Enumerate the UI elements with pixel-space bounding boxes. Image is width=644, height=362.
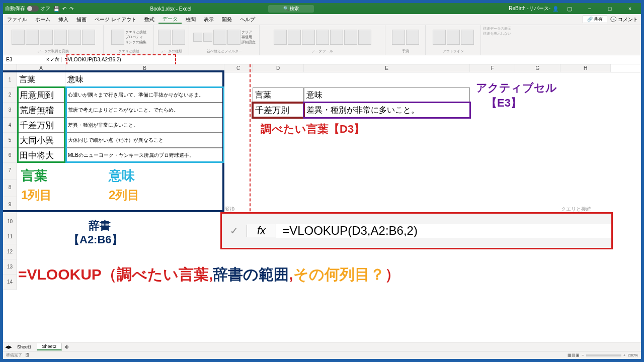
menu-review[interactable]: 校閲 — [182, 16, 200, 23]
cell-a4[interactable]: 千差万別 — [17, 118, 65, 133]
row-header-7[interactable]: 7 — [3, 163, 17, 180]
row-header-8[interactable]: 8 — [3, 180, 17, 197]
row-header-5[interactable]: 5 — [3, 133, 17, 148]
row-header-12[interactable]: 12 — [3, 244, 17, 259]
macro-rec-icon[interactable]: 🗄 — [25, 353, 29, 357]
reapply-link[interactable]: 再適用 — [242, 35, 256, 40]
col-header-f[interactable]: F — [470, 64, 515, 72]
menu-view[interactable]: 表示 — [200, 16, 218, 23]
col-header-a[interactable]: A — [17, 64, 65, 72]
redo-icon[interactable]: ↷ — [69, 6, 73, 12]
cell-a6[interactable]: 田中将大 — [17, 148, 65, 163]
menu-home[interactable]: ホーム — [31, 16, 54, 23]
row-header-2[interactable]: 2 — [3, 87, 17, 103]
col-header-e[interactable]: E — [304, 64, 470, 72]
row-header-9[interactable]: 9 — [3, 197, 17, 214]
share-button[interactable]: 🔗 共有 — [583, 16, 608, 23]
search-input[interactable]: 🔍 検索 — [268, 5, 314, 13]
menu-help[interactable]: ヘルプ — [236, 16, 259, 23]
add-sheet-button[interactable]: ⊕ — [62, 344, 72, 349]
advanced-link[interactable]: 詳細設定 — [242, 40, 256, 45]
from-web-icon[interactable] — [40, 30, 53, 45]
from-csv-icon[interactable] — [26, 30, 39, 45]
edit-links-link[interactable]: リンクの編集 — [125, 40, 146, 45]
fx-icon[interactable]: fx — [55, 57, 59, 62]
cell-b5[interactable]: 大体同じで細かい点（だけ）が異なること — [65, 133, 224, 148]
menu-layout[interactable]: ページ レイアウト — [91, 16, 140, 23]
sort-asc-icon[interactable] — [193, 33, 202, 42]
menu-draw[interactable]: 描画 — [72, 16, 91, 23]
recent-sources-icon[interactable] — [68, 30, 81, 45]
view-pagebreak-icon[interactable]: ▣ — [576, 353, 580, 357]
sheet-tab-2[interactable]: Sheet2 — [37, 343, 62, 350]
cell-d3[interactable]: 千差万別 — [253, 103, 304, 118]
ungroup-icon[interactable] — [447, 30, 460, 45]
cell-a3[interactable]: 荒唐無稽 — [17, 103, 65, 118]
geography-icon[interactable] — [172, 30, 185, 45]
accept-formula-icon[interactable]: ✓ — [50, 57, 54, 62]
save-icon[interactable]: 💾 — [53, 6, 59, 12]
queries-link[interactable]: クエリと接続 — [125, 30, 146, 35]
row-header-1[interactable]: 1 — [3, 72, 17, 87]
sort-icon[interactable] — [213, 30, 226, 45]
row-header-6[interactable]: 6 — [3, 148, 17, 163]
sheet-tab-1[interactable]: Sheet1 — [12, 344, 37, 350]
group-icon[interactable] — [433, 30, 446, 45]
select-all-corner[interactable] — [3, 64, 17, 72]
data-model-icon[interactable] — [358, 30, 371, 45]
row-header-14[interactable]: 14 — [3, 275, 17, 290]
user-avatar-icon[interactable]: 👤 — [552, 6, 558, 12]
cell-b3[interactable]: 荒唐で考えによりどころがないこと。でたらめ。 — [65, 103, 224, 118]
show-detail-link[interactable]: 詳細データの表示 — [483, 26, 639, 31]
col-header-b[interactable]: B — [65, 64, 224, 72]
row-header-3[interactable]: 3 — [3, 103, 17, 118]
cancel-formula-icon[interactable]: × — [46, 57, 49, 62]
zoom-in-button[interactable]: + — [623, 353, 626, 357]
autosave-toggle[interactable]: 自動保存 オフ — [5, 5, 50, 12]
spreadsheet-grid[interactable]: A B C D E F G H 1 2 3 4 5 6 7 8 9 10 11 … — [3, 64, 641, 342]
text-to-columns-icon[interactable] — [274, 30, 287, 45]
maximize-button[interactable]: □ — [601, 6, 619, 12]
cell-a5[interactable]: 大同小異 — [17, 133, 65, 148]
formula-bar-input[interactable]: =VLOOKUP(D3,A2:B6,2) — [62, 57, 641, 62]
get-data-icon[interactable] — [12, 30, 25, 45]
zoom-slider[interactable] — [586, 354, 621, 356]
filter-icon[interactable] — [227, 30, 240, 45]
zoom-out-button[interactable]: − — [582, 353, 584, 357]
tab-scroll-left-icon[interactable]: ◀ — [5, 344, 9, 349]
menu-data[interactable]: データ — [158, 16, 182, 24]
name-box[interactable]: E3 — [3, 57, 44, 62]
properties-link[interactable]: プロパティ — [125, 35, 146, 40]
flash-fill-icon[interactable] — [288, 30, 301, 45]
cell-b2[interactable]: 心遣いが隅々まで行き届いて、準備に手抜かりがないさま。 — [65, 87, 224, 103]
comments-button[interactable]: 💬 コメント — [607, 16, 641, 23]
row-header-4[interactable]: 4 — [3, 118, 17, 133]
minimize-button[interactable]: − — [581, 6, 599, 12]
col-header-g[interactable]: G — [515, 64, 560, 72]
cell-b6[interactable]: MLBのニューヨーク・ヤンキース所属のプロ野球選手。 — [65, 148, 224, 163]
close-button[interactable]: × — [621, 6, 639, 12]
view-layout-icon[interactable]: ▤ — [572, 353, 576, 357]
sort-desc-icon[interactable] — [203, 33, 212, 42]
relationships-icon[interactable] — [344, 30, 357, 45]
stocks-icon[interactable] — [158, 30, 171, 45]
tab-scroll-right-icon[interactable]: ▶ — [9, 344, 12, 349]
clear-link[interactable]: クリア — [242, 30, 256, 35]
view-normal-icon[interactable]: ▦ — [568, 353, 572, 357]
cell-a2[interactable]: 用意周到 — [17, 87, 65, 103]
ribbon-display-icon[interactable]: ▢ — [560, 6, 579, 12]
from-table-icon[interactable] — [54, 30, 67, 45]
row-header-13[interactable]: 13 — [3, 259, 17, 275]
user-name[interactable]: ReBirth -リバース- — [509, 5, 550, 12]
cell-b4[interactable]: 差異・種別が非常に多いこと。 — [65, 118, 224, 133]
cell-b1[interactable]: 意味 — [65, 72, 224, 87]
refresh-all-icon[interactable] — [111, 30, 124, 45]
row-header-10[interactable]: 10 — [3, 214, 17, 229]
zoom-level[interactable]: 200% — [628, 353, 638, 357]
col-header-c[interactable]: C — [224, 64, 253, 72]
cell-e2[interactable]: 意味 — [304, 87, 470, 103]
forecast-sheet-icon[interactable] — [406, 30, 419, 45]
whatif-icon[interactable] — [392, 30, 405, 45]
row-header-11[interactable]: 11 — [3, 229, 17, 244]
consolidate-icon[interactable] — [330, 30, 343, 45]
